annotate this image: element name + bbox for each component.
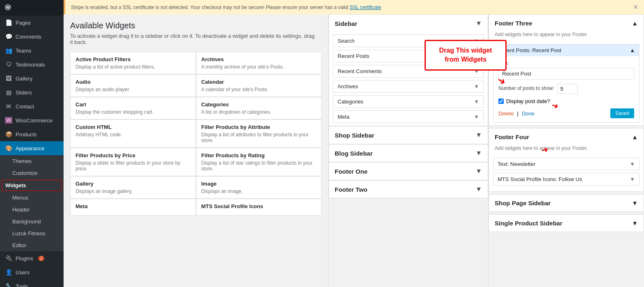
- area-footer-two: Footer Two ▼: [329, 180, 488, 198]
- area-footer-two-header[interactable]: Footer Two ▼: [329, 181, 488, 198]
- tools-icon: 🔧: [5, 283, 12, 287]
- widget-chevron-icon: ▼: [474, 83, 479, 90]
- submenu-themes[interactable]: Themes: [0, 155, 64, 167]
- blog-sidebar-chevron-icon: ▼: [475, 149, 482, 157]
- sidebar-widget-meta[interactable]: Meta ▼: [333, 110, 484, 123]
- footer-four-header[interactable]: Footer Four ▲: [489, 129, 644, 145]
- pages-icon: 📄: [5, 19, 12, 26]
- area-footer-one-header[interactable]: Footer One ▼: [329, 163, 488, 180]
- widget-archives[interactable]: Archives A monthly archive of your site'…: [196, 52, 322, 74]
- footer-two-chevron-icon: ▼: [475, 186, 482, 193]
- widget-custom-html[interactable]: Custom HTML Arbitrary HTML code.: [70, 119, 196, 148]
- footer-one-chevron-icon: ▼: [475, 168, 482, 175]
- sidebar-widget-categories[interactable]: Categories ▼: [333, 95, 484, 108]
- widget-categories[interactable]: Categories A list or dropdown of categor…: [196, 97, 322, 119]
- widget-audio[interactable]: Audio Displays an audio player.: [70, 74, 196, 97]
- posts-count-label: Number of posts to show:: [498, 85, 554, 91]
- area-sidebar-header[interactable]: Sidebar ▼: [329, 15, 488, 32]
- single-product-sidebar-header[interactable]: Single Product Sidebar ▼: [489, 215, 644, 232]
- appearance-submenu: Themes Customize Widgets Menus Header Ba…: [0, 155, 64, 251]
- shop-page-sidebar-header[interactable]: Shop Page Sidebar ▼: [489, 195, 644, 211]
- submenu-menus[interactable]: Menus: [0, 192, 64, 204]
- posts-count-input[interactable]: [557, 84, 578, 94]
- appearance-icon: 🎨: [5, 145, 12, 152]
- teams-icon: 👥: [5, 47, 12, 54]
- sidebar-item-contact[interactable]: ✉ Contact: [0, 99, 64, 113]
- submenu-customize[interactable]: Customize: [0, 167, 64, 179]
- notice-text: Stripe is enabled, but a SSL certificate…: [71, 5, 381, 10]
- shop-sidebar-chevron-icon: ▼: [475, 131, 482, 139]
- title-field-label: Title:: [498, 60, 634, 66]
- footer-three-section: Footer Three ▲ Add widgets here to appea…: [489, 14, 644, 126]
- notice-link[interactable]: SSL certificate: [349, 5, 381, 10]
- submenu-header[interactable]: Header: [0, 204, 64, 216]
- title-input[interactable]: [498, 68, 634, 80]
- footer-three-header[interactable]: Footer Three ▲: [489, 15, 644, 32]
- widget-gallery[interactable]: Gallery Displays an image gallery.: [70, 176, 196, 199]
- sidebar-item-woocommerce[interactable]: W WooCommerce: [0, 113, 64, 127]
- done-link[interactable]: Done: [522, 110, 534, 117]
- plugins-icon: 🔌: [5, 255, 12, 262]
- area-blog-sidebar-header[interactable]: Blog Sidebar ▼: [329, 145, 488, 162]
- single-product-sidebar-section: Single Product Sidebar ▼: [489, 214, 644, 232]
- area-shop-sidebar-header[interactable]: Shop Sidebar ▼: [329, 126, 488, 144]
- sidebar-item-appearance[interactable]: 🎨 Appearance: [0, 141, 64, 155]
- plugins-badge: 2: [38, 256, 45, 261]
- sidebar-item-tools[interactable]: 🔧 Tools: [0, 279, 64, 287]
- widget-mts-social[interactable]: MTS Social Profile Icons: [196, 199, 322, 216]
- display-date-checkbox[interactable]: [498, 99, 504, 104]
- display-date-row: Display post date?: [498, 98, 634, 104]
- area-shop-sidebar: Shop Sidebar ▼: [329, 126, 488, 144]
- testimonials-icon: 🗨: [5, 61, 12, 68]
- sidebar-chevron-icon: ▼: [475, 20, 482, 27]
- mts-follow-chevron-icon: ▼: [630, 176, 635, 182]
- sidebar-widget-archives[interactable]: Archives ▼: [333, 80, 484, 93]
- widget-image[interactable]: Image Displays an image.: [196, 176, 322, 199]
- products-icon: 📦: [5, 131, 12, 138]
- sidebar-item-testimonials[interactable]: 🗨 Testimonials: [0, 57, 64, 71]
- recent-posts-widget-header[interactable]: Recent Posts: Recent Post ▲: [493, 44, 639, 56]
- delete-link[interactable]: Delete: [498, 110, 514, 117]
- widget-meta[interactable]: Meta: [70, 199, 196, 216]
- widget-filter-by-rating[interactable]: Filter Products by Rating Display a list…: [196, 148, 322, 176]
- shop-page-sidebar-chevron-icon: ▼: [632, 200, 638, 207]
- right-panel: Footer Three ▲ Add widgets here to appea…: [488, 14, 644, 287]
- area-footer-one: Footer One ▼: [329, 162, 488, 180]
- sidebar-item-plugins[interactable]: 🔌 Plugins 2: [0, 251, 64, 265]
- sidebar-item-users[interactable]: 👤 Users: [0, 265, 64, 279]
- text-newsletter-chevron-icon: ▼: [630, 161, 635, 167]
- widget-filter-by-price[interactable]: Filter Products by Price Display a slide…: [70, 148, 196, 176]
- sidebar-item-teams[interactable]: 👥 Teams: [0, 44, 64, 57]
- footer-three-subtitle: Add widgets here to appear in your Foote…: [489, 32, 644, 41]
- sidebar-logo: ⓦ: [0, 0, 64, 16]
- widgets-instructions: To activate a widget drag it to a sideba…: [70, 33, 316, 45]
- submenu-editor[interactable]: Editor: [0, 239, 64, 251]
- submenu-luzuk[interactable]: Luzuk Fitness: [0, 227, 64, 239]
- sidebar-item-gallery[interactable]: 🖼 Gallery: [0, 71, 64, 85]
- available-widgets-panel: Available Widgets To activate a widget d…: [64, 14, 328, 287]
- footer-four-widget-text[interactable]: Text: Newsletter ▼: [493, 158, 639, 170]
- notice-bar: Stripe is enabled, but a SSL certificate…: [64, 0, 644, 14]
- sidebar-item-pages[interactable]: 📄 Pages: [0, 16, 64, 30]
- footer-four-section: Footer Four ▲ Add widgets here to appear…: [489, 128, 644, 192]
- widget-cart[interactable]: Cart Display the customer shopping cart.: [70, 97, 196, 119]
- footer-four-widget-mts[interactable]: MTS Social Profile Icons: Follow Us ▼: [493, 173, 639, 186]
- widget-filter-by-attribute[interactable]: Filter Products by Attribute Display a l…: [196, 119, 322, 148]
- submenu-widgets[interactable]: Widgets: [2, 180, 62, 191]
- single-product-sidebar-chevron-icon: ▼: [632, 220, 638, 227]
- sidebar-item-comments[interactable]: 💬 Comments: [0, 30, 64, 44]
- widget-actions-row: Delete | Done Saved: [498, 108, 634, 118]
- sidebar-item-products[interactable]: 📦 Products: [0, 127, 64, 141]
- saved-button[interactable]: Saved: [610, 108, 634, 118]
- footer-four-chevron-icon: ▲: [632, 133, 638, 140]
- submenu-background[interactable]: Background: [0, 216, 64, 227]
- woo-icon: W: [5, 117, 12, 124]
- notice-close-icon[interactable]: ✕: [633, 3, 638, 11]
- admin-sidebar: ⓦ 📄 Pages 💬 Comments 👥 Teams 🗨 Testimoni…: [0, 0, 64, 287]
- widget-calendar[interactable]: Calendar A calendar of your site's Posts…: [196, 74, 322, 97]
- sidebar-item-sliders[interactable]: ▤ Sliders: [0, 85, 64, 99]
- widget-active-product-filters[interactable]: Active Product Filters Display a list of…: [70, 52, 196, 74]
- area-blog-sidebar: Blog Sidebar ▼: [329, 144, 488, 162]
- recent-posts-widget-expanded: Recent Posts: Recent Post ▲ Title: Numbe…: [493, 44, 639, 123]
- main-content: Stripe is enabled, but a SSL certificate…: [64, 0, 644, 287]
